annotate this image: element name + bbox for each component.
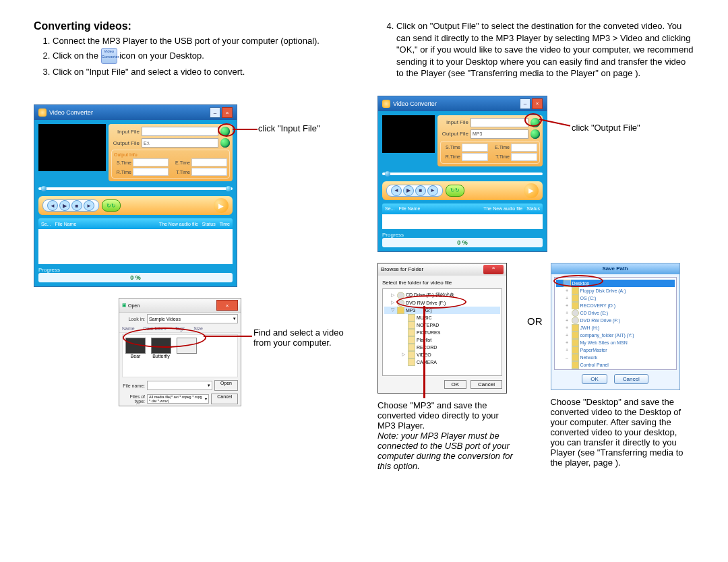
output-file-browse-button[interactable] [530, 129, 540, 139]
video-converter-window: Video Converter – × Input File [34, 104, 237, 287]
lookin-dropdown[interactable]: Sample Videos [147, 314, 238, 323]
input-file-field[interactable] [471, 118, 528, 127]
window-title-2: Video Converter [393, 100, 437, 107]
open-dialog: ▣ Open × Look in: Sample Videos Name Dat… [119, 298, 241, 406]
lookin-label: Look in: [122, 317, 145, 321]
output-file-label: Output File [111, 140, 140, 146]
filetype-dropdown[interactable]: All media file(*.avi *.mpeg *.mpg *.dat … [147, 394, 209, 404]
or-text: OR [527, 315, 543, 327]
open-icon: ▣ [122, 303, 127, 308]
filetype-label: Files of type: [122, 394, 145, 404]
file-list[interactable] [38, 229, 233, 264]
caption-desktop: Choose "Desktop" and save the converted … [551, 397, 686, 468]
step-1: Connect the MP3 Player to the USB port o… [53, 35, 351, 47]
annotation-text-output: click "Output File" [572, 123, 640, 133]
annotation-circle-mp3 [396, 295, 466, 309]
output-file-label: Output File [440, 131, 468, 137]
stime-field[interactable] [133, 158, 169, 166]
seek-slider[interactable] [41, 186, 47, 191]
page-title: Converting videos: [34, 20, 351, 32]
steps-list-right: Click on "Output File" to select the des… [377, 20, 694, 80]
step-2: Click on the VideoConverter icon on your… [53, 49, 351, 65]
sp-tree[interactable]: –Desktop +Floppy Disk Drive (A:) +OS (C:… [554, 277, 677, 370]
app-icon [38, 108, 47, 117]
seek-end-icon [226, 186, 231, 191]
minimize-button[interactable]: – [210, 107, 220, 118]
progress-label: Progress [38, 267, 233, 273]
input-file-field[interactable] [142, 127, 218, 136]
bff-title: Browse for Folder [381, 266, 423, 272]
sp-title: Save Path [551, 263, 679, 274]
filename-field[interactable] [147, 381, 212, 390]
annotation-circle-find [123, 327, 206, 348]
output-file-field[interactable]: E:\ [142, 138, 218, 148]
annotation-line-input [233, 129, 257, 130]
convert-icon[interactable]: ↻↻ [107, 203, 116, 209]
stime-label: S.Time [114, 160, 131, 165]
etime-label: E.Time [173, 160, 190, 165]
sp-ok-button[interactable]: OK [582, 374, 607, 384]
annotation-text-find: Find and select a video from your comput… [253, 327, 355, 348]
output-file-browse-button[interactable] [220, 138, 230, 148]
list-header: Se... File Name The New audio file Statu… [38, 218, 233, 229]
play-button[interactable]: ▶ [59, 200, 70, 211]
preview-pane [382, 115, 435, 153]
video-converter-window-2: Video Converter – × Input File [377, 96, 547, 252]
annotation-line-mp3 [423, 306, 425, 398]
convert-button-group: ↻↻ [102, 199, 121, 212]
preview-pane [38, 124, 106, 171]
output-info-label: Output Info [114, 152, 227, 157]
window-title: Video Converter [49, 109, 93, 116]
prev-button[interactable]: ◄ [47, 200, 58, 211]
minimize-button[interactable]: – [520, 98, 530, 109]
step-3: Click on "Input File" and select a video… [53, 66, 351, 78]
stop-button[interactable]: ■ [71, 200, 82, 211]
caption-mp3: Choose "MP3" and save the converted vide… [377, 400, 519, 471]
filename-label: File name: [122, 383, 145, 388]
bff-cancel-button[interactable]: Cancel [471, 380, 502, 389]
annotation-text-input: click "Input File" [258, 123, 320, 133]
annotation-line-find [204, 336, 252, 337]
open-ok-button[interactable]: Open [214, 380, 238, 391]
output-file-field[interactable]: MP3 [471, 129, 528, 139]
open-close-button[interactable]: × [216, 300, 238, 311]
steps-list-left: Connect the MP3 Player to the USB port o… [34, 35, 351, 77]
annotation-circle-desktop [553, 275, 603, 287]
input-file-label: Input File [111, 129, 140, 135]
converter-desktop-icon: VideoConverter [101, 48, 117, 64]
bff-ok-button[interactable]: OK [444, 380, 467, 389]
app-icon [382, 100, 390, 108]
etime-field[interactable] [191, 158, 227, 166]
playback-controls: ◄ ▶ ■ ► [42, 199, 99, 212]
open-cancel-button[interactable]: Cancel [211, 394, 238, 404]
rtime-label: R.Time [114, 170, 131, 175]
open-title: Open [128, 303, 140, 308]
ttime-field[interactable] [191, 168, 227, 176]
sp-cancel-button[interactable]: Cancel [614, 374, 648, 384]
ttime-label: T.Time [173, 170, 190, 175]
close-button[interactable]: × [532, 98, 543, 109]
bff-close-button[interactable]: × [483, 265, 504, 274]
next-button[interactable]: ► [84, 200, 94, 211]
annotation-circle-input [218, 123, 235, 137]
big-play-button[interactable]: ▶ [214, 198, 229, 213]
browse-for-folder-dialog: Browse for Folder × Select the folder fo… [377, 263, 507, 394]
rtime-field[interactable] [133, 168, 169, 176]
seek-slider[interactable] [385, 171, 390, 177]
progress-bar: 0 % [38, 273, 233, 282]
step-4: Click on "Output File" to select the des… [396, 20, 694, 80]
bff-prompt: Select the folder for video file [382, 280, 502, 286]
input-file-label: Input File [440, 119, 468, 125]
close-button[interactable]: × [222, 107, 233, 118]
